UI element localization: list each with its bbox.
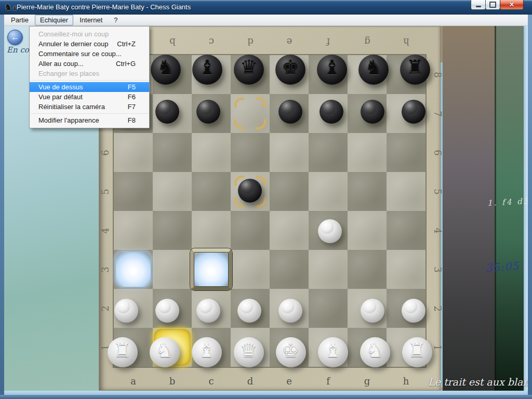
window-border-left xyxy=(0,15,4,399)
menu-item-modifier-l-apparence[interactable]: Modifier l'apparenceF8 xyxy=(30,115,149,125)
menu-item-annuler-le-dernier-coup[interactable]: Annuler le dernier coupCtrl+Z xyxy=(30,39,149,49)
square-c4[interactable] xyxy=(192,211,231,250)
menu-item-aller-au-coup-[interactable]: Aller au coup...Ctrl+G xyxy=(30,59,149,69)
square-b5[interactable] xyxy=(153,172,192,211)
square-g4[interactable] xyxy=(348,211,387,250)
piece-white-rook-a1[interactable]: ♜ xyxy=(103,332,142,371)
close-button[interactable]: ✕ xyxy=(500,0,524,10)
square-h6[interactable] xyxy=(387,133,425,172)
piece-black-pawn-c7[interactable] xyxy=(189,92,228,131)
menu-item-conseillez-moi-un-coup[interactable]: Conseillez-moi un coup xyxy=(30,29,149,39)
menubar-item-internet[interactable]: Internet xyxy=(74,15,108,25)
menubar-item-?[interactable]: ? xyxy=(109,15,123,25)
square-f3[interactable] xyxy=(309,250,348,289)
queen-icon: ♛ xyxy=(240,58,258,77)
square-f6[interactable] xyxy=(309,133,348,172)
menu-item-shortcut: F5 xyxy=(128,83,136,91)
square-b6[interactable] xyxy=(153,133,192,172)
square-a4[interactable] xyxy=(114,211,153,250)
square-d6[interactable] xyxy=(231,133,270,172)
square-h4[interactable] xyxy=(387,211,425,250)
piece-black-pawn-e7[interactable] xyxy=(271,92,310,131)
piece-black-king-e8[interactable]: ♚ xyxy=(271,50,310,89)
piece-white-pawn-c2[interactable] xyxy=(189,291,228,330)
menu-item-r-initialiser-la-cam-ra[interactable]: Réinitialiser la caméraF7 xyxy=(30,102,149,112)
square-d4[interactable] xyxy=(231,211,270,250)
piece-white-queen-d1[interactable]: ♛ xyxy=(229,332,268,371)
square-g3[interactable] xyxy=(348,250,387,289)
knight-icon: ♞ xyxy=(365,58,382,77)
square-a6[interactable] xyxy=(114,133,153,172)
window-border-right xyxy=(528,15,532,399)
menu-item-label: Commentaire sur ce coup... xyxy=(38,50,136,58)
background-glass-right xyxy=(524,26,528,395)
king-icon: ♚ xyxy=(282,340,299,360)
piece-black-pawn-g7[interactable] xyxy=(353,92,392,131)
piece-white-pawn-a2[interactable] xyxy=(107,291,145,330)
square-f2[interactable] xyxy=(309,289,348,328)
piece-white-pawn-e2[interactable] xyxy=(271,291,310,330)
piece-black-knight-g8[interactable]: ♞ xyxy=(354,50,393,89)
piece-white-king-e1[interactable]: ♚ xyxy=(271,332,310,371)
square-g6[interactable] xyxy=(348,133,387,172)
square-b4[interactable] xyxy=(153,211,192,250)
square-a5[interactable] xyxy=(114,172,153,211)
piece-black-pawn-f7[interactable] xyxy=(312,92,351,131)
piece-black-bishop-f8[interactable]: ♝ xyxy=(313,50,352,89)
piece-black-pawn-d5[interactable] xyxy=(230,171,269,210)
highlight-hint-framed-c3 xyxy=(192,250,231,289)
file-label-top-h: h xyxy=(398,36,414,47)
app-icon: ♞♟ xyxy=(4,3,17,12)
piece-white-pawn-d2[interactable] xyxy=(230,291,269,330)
menu-item-vue-par-d-faut[interactable]: Vue par défautF6 xyxy=(30,92,149,102)
square-b3[interactable] xyxy=(153,250,192,289)
square-e6[interactable] xyxy=(270,133,309,172)
chess-board[interactable]: ♜♞♝♛♚♝♞♜♜♞♝♛♚♝♞♜ xyxy=(113,54,427,368)
piece-black-queen-d8[interactable]: ♛ xyxy=(230,50,269,89)
piece-white-bishop-c1[interactable]: ♝ xyxy=(187,332,226,371)
king-icon: ♚ xyxy=(282,58,299,77)
menu-item-shortcut: F8 xyxy=(128,116,136,124)
piece-white-knight-g1[interactable]: ♞ xyxy=(355,332,394,371)
piece-white-pawn-f4[interactable] xyxy=(310,211,349,250)
piece-white-knight-b1[interactable]: ♞ xyxy=(145,332,184,371)
piece-white-bishop-f1[interactable]: ♝ xyxy=(313,332,352,371)
file-label-bottom-d: d xyxy=(243,376,258,387)
square-c5[interactable] xyxy=(192,172,231,211)
file-label-bottom-f: f xyxy=(321,376,336,387)
menu-item-echanger-les-places[interactable]: Echanger les places xyxy=(30,69,149,78)
square-c6[interactable] xyxy=(192,133,231,172)
rank-label-right-2: 2 xyxy=(432,301,443,316)
piece-white-rook-h1[interactable]: ♜ xyxy=(397,332,436,371)
menubar-item-echiquier[interactable]: Echiquier xyxy=(35,15,73,25)
square-d3[interactable] xyxy=(231,250,270,289)
square-h3[interactable] xyxy=(387,250,425,289)
minimize-button[interactable] xyxy=(471,0,486,10)
piece-black-rook-h8[interactable]: ♜ xyxy=(396,50,435,89)
file-label-bottom-e: e xyxy=(282,376,297,387)
file-label-bottom-c: c xyxy=(204,376,219,387)
piece-black-pawn-b7[interactable] xyxy=(148,92,187,131)
menu-bar: PartieEchiquierInternet? xyxy=(4,15,528,26)
piece-black-knight-b8[interactable]: ♞ xyxy=(147,50,185,89)
highlight-corners-d7 xyxy=(231,94,270,133)
back-button[interactable]: ← xyxy=(7,30,23,45)
piece-white-pawn-h2[interactable] xyxy=(394,291,433,330)
piece-black-bishop-c8[interactable]: ♝ xyxy=(188,50,227,89)
piece-white-pawn-g2[interactable] xyxy=(353,291,392,330)
menubar-item-partie[interactable]: Partie xyxy=(6,15,34,25)
square-h5[interactable] xyxy=(387,172,425,211)
piece-white-pawn-b2[interactable] xyxy=(148,291,187,330)
square-f5[interactable] xyxy=(309,172,348,211)
menu-item-shortcut: F7 xyxy=(128,103,136,111)
maximize-button[interactable] xyxy=(485,0,500,10)
square-e3[interactable] xyxy=(270,250,309,289)
square-e4[interactable] xyxy=(270,211,309,250)
menu-item-commentaire-sur-ce-coup-[interactable]: Commentaire sur ce coup... xyxy=(30,49,149,59)
title-bar: ♞♟ Pierre-Marie Baty contre Pierre-Marie… xyxy=(0,0,532,15)
file-label-top-g: g xyxy=(360,36,375,47)
menu-item-vue-de-dessus[interactable]: Vue de dessusF5 xyxy=(30,82,149,92)
square-e5[interactable] xyxy=(270,172,309,211)
square-g5[interactable] xyxy=(348,172,387,211)
piece-black-pawn-h7[interactable] xyxy=(394,92,433,131)
